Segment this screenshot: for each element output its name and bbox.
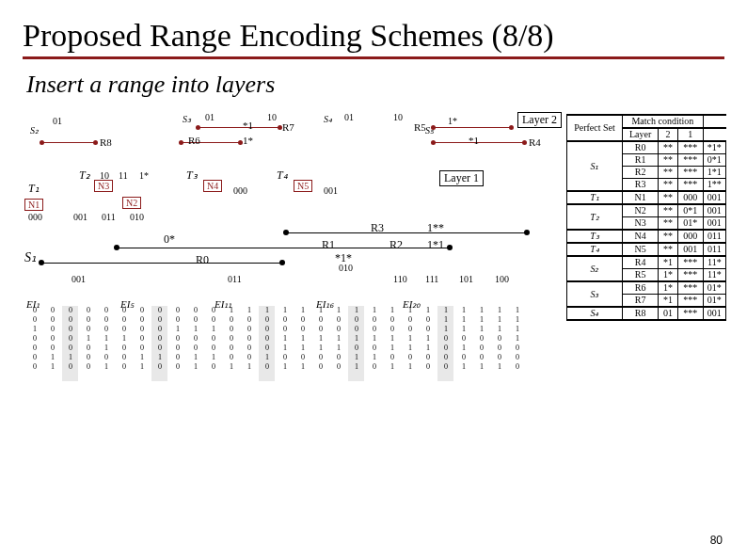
- layer1-label: Layer 1: [439, 170, 484, 186]
- th-matchcond: Match condition: [622, 115, 703, 128]
- r5-line: [433, 127, 512, 128]
- t4: T₄: [277, 168, 288, 183]
- t3: T₃: [186, 168, 198, 183]
- r5-label: R5: [414, 121, 426, 133]
- layer2-label: Layer 2: [517, 112, 562, 128]
- r7-label: R7: [282, 121, 294, 133]
- r3-label: R3: [371, 221, 384, 235]
- r0-code: 0*: [164, 232, 175, 247]
- s3-label: S₃: [183, 114, 191, 124]
- page-number: 80: [710, 534, 723, 547]
- bit-matrix: EI₁ EI₅ EI₁₁ EI₁₆ EI₂₀ 00100000000011000…: [21, 300, 529, 400]
- r2-label: R2: [389, 238, 403, 252]
- r1-label: R1: [322, 238, 335, 252]
- r3-code: 1**: [427, 221, 444, 235]
- n4: N4: [203, 180, 222, 192]
- match-table: Perfect SetMatch condition Layer21 S₁R0*…: [566, 114, 726, 321]
- diagram: // inserted later via JS Layer 2 S₂ 01 R…: [21, 114, 726, 424]
- title-rule: [23, 56, 724, 59]
- r7-code: *1: [243, 120, 253, 131]
- r0-line: [41, 263, 282, 264]
- r4-label: R4: [529, 136, 541, 148]
- r4-code: *1: [469, 135, 479, 146]
- s1-label: S₁: [24, 249, 37, 265]
- t2: T₂: [79, 168, 90, 183]
- slide-title: Proposed Range Encoding Schemes (8/8): [23, 17, 724, 55]
- r2-code: 1*1: [427, 238, 444, 252]
- th-layer: Layer: [622, 128, 658, 141]
- r8-line: [41, 142, 96, 143]
- r3-line: [286, 232, 527, 233]
- r6-label: R6: [188, 135, 200, 146]
- r8-label: R8: [100, 136, 112, 148]
- n1: N1: [24, 199, 43, 211]
- r4-line: [433, 142, 525, 143]
- t1: T₁: [28, 182, 40, 196]
- r7-line: [198, 127, 280, 128]
- n3: N3: [94, 180, 113, 192]
- s2-label: S₂: [28, 125, 40, 136]
- subtitle: Insert a range into layers: [0, 67, 747, 106]
- n2: N2: [122, 197, 141, 209]
- r0-label: R0: [196, 253, 209, 267]
- r6-code: 1*: [243, 135, 253, 146]
- s4-label: S₄: [324, 114, 332, 124]
- th-perfectset: Perfect Set: [567, 115, 623, 141]
- s2-code: 01: [53, 116, 62, 126]
- n5: N5: [294, 180, 312, 192]
